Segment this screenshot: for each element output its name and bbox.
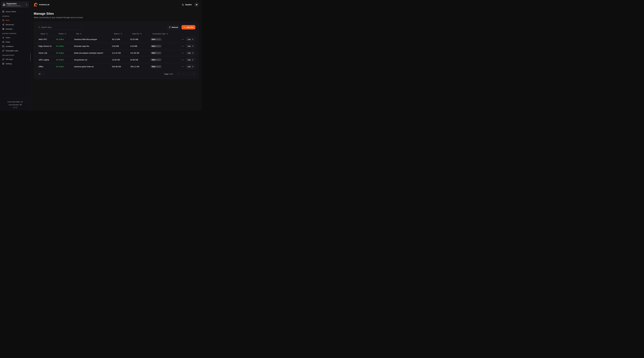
- site-name-cell: Edge Device 01: [37, 45, 55, 47]
- search-icon: [38, 26, 40, 28]
- row-actions-cell: Edit: [173, 37, 196, 41]
- sites-table: NameOnlineSiteData InData OutConnection …: [37, 31, 196, 70]
- column-header-site[interactable]: Site: [72, 31, 110, 36]
- edit-button[interactable]: Edit: [186, 65, 195, 69]
- column-header-name[interactable]: Name: [37, 31, 55, 36]
- sidebar-item-label: Roles: [6, 41, 10, 43]
- edit-button[interactable]: Edit: [186, 44, 195, 48]
- sort-icon: [166, 33, 168, 35]
- connection-badge: Newt v1.3.2: [150, 65, 162, 68]
- page-header: Manage Sites Allow connectivity to your …: [34, 12, 198, 18]
- table-row: Office Online welcome-giant-mole-rat 534…: [37, 63, 196, 70]
- data-in-cell: 12.65 GB: [110, 59, 129, 61]
- row-actions-cell: Edit: [173, 51, 196, 55]
- online-status-label: Online: [58, 45, 64, 47]
- chevrons-left-icon: [178, 73, 180, 75]
- column-header-connection-type[interactable]: Connection Type: [149, 31, 173, 36]
- table-footer: 20 Page 1 of 1: [37, 72, 196, 76]
- chevron-left-icon: [183, 73, 185, 75]
- sidebar-item-server-admin[interactable]: Server Admin: [2, 10, 29, 13]
- book-open-icon: [20, 104, 22, 106]
- row-menu-button[interactable]: [181, 52, 184, 54]
- sidebar-item-api-keys[interactable]: API Keys: [2, 57, 29, 61]
- sidebar-footer: Community Edition Documentation v1.7.0: [2, 99, 29, 111]
- sidebar-item-shareable-links[interactable]: Shareable Links: [2, 49, 29, 53]
- row-actions-cell: Edit: [173, 44, 196, 48]
- next-page-button[interactable]: [187, 72, 190, 76]
- community-edition-link[interactable]: Community Edition: [8, 100, 23, 103]
- documentation-link[interactable]: Documentation: [9, 103, 22, 106]
- row-menu-button[interactable]: [181, 65, 184, 68]
- prev-page-button[interactable]: [182, 72, 186, 76]
- connection-badge: Newt v1.3.2: [150, 52, 162, 54]
- org-switcher-label: Organization: [6, 2, 24, 5]
- theme-toggle-button[interactable]: System: [182, 3, 192, 6]
- sidebar-item-resources[interactable]: Resources: [2, 23, 29, 26]
- site-id-cell: dead-san-joaquin-antelope-squirrel: [72, 52, 110, 54]
- data-in-cell: 5.00 MB: [110, 45, 129, 47]
- sidebar-nav: Server Admin GENERALSitesResourcesDomain…: [2, 10, 29, 66]
- user-icon: [2, 36, 4, 39]
- nav-section-heading: ORGANIZATION: [2, 54, 28, 56]
- connection-badge: Newt v1.3.2: [150, 38, 162, 41]
- online-status-dot: [56, 59, 58, 60]
- online-status-dot: [56, 52, 58, 53]
- sidebar-item-label: Invitations: [6, 45, 14, 47]
- edit-button[interactable]: Edit: [186, 58, 195, 62]
- sidebar-item-sites[interactable]: Sites: [2, 18, 29, 22]
- page-subtitle: Allow connectivity to your network throu…: [34, 16, 198, 18]
- edit-button[interactable]: Edit: [186, 51, 195, 55]
- site-id-cell: welcome-giant-mole-rat: [72, 66, 110, 68]
- row-menu-button[interactable]: [181, 58, 184, 61]
- data-out-cell: 780.12 GB: [129, 66, 149, 68]
- globe-icon: [2, 28, 4, 30]
- nav-section-heading: GENERAL: [2, 15, 28, 17]
- chevron-down-icon: [42, 73, 44, 75]
- connection-type-cell: Newt v1.3.2: [149, 52, 173, 54]
- sidebar-item-label: Settings: [6, 63, 12, 65]
- table-row: Edge Device 01 Online fortunate-cape-fox…: [37, 43, 196, 49]
- column-header-online[interactable]: Online: [55, 31, 72, 36]
- row-menu-button[interactable]: [181, 45, 184, 48]
- brand[interactable]: PANGOLIN: [34, 2, 50, 7]
- column-header-data-out[interactable]: Data Out: [129, 31, 149, 36]
- page-status: Page 1 of 1: [164, 73, 173, 75]
- sidebar-scrollbar-thumb[interactable]: [30, 53, 31, 61]
- row-actions-cell: Edit: [173, 58, 196, 62]
- site-id-cell: smug-brown-rat: [72, 59, 110, 61]
- edit-button[interactable]: Edit: [186, 37, 195, 41]
- row-menu-button[interactable]: [181, 38, 184, 41]
- sites-toolbar: Refresh Add Site: [37, 25, 196, 29]
- last-page-button[interactable]: [192, 72, 196, 76]
- external-link-icon: [21, 101, 23, 103]
- sidebar-item-domains[interactable]: Domains: [2, 27, 29, 31]
- page-size-select[interactable]: 20: [37, 72, 45, 76]
- sidebar-item-settings[interactable]: Settings: [2, 62, 29, 66]
- sidebar-item-users[interactable]: Users: [2, 36, 29, 39]
- data-in-cell: 30.12 MB: [110, 38, 129, 40]
- search-input[interactable]: [42, 26, 81, 28]
- sidebar-item-invitations[interactable]: Invitations: [2, 44, 29, 48]
- org-switcher[interactable]: Organization milo@fossorial.io's ...: [2, 2, 29, 7]
- main-area: PANGOLIN System M Manage Sites Allow con…: [30, 0, 202, 111]
- connection-type-cell: Newt v1.3.2: [149, 65, 173, 68]
- plus-icon: [184, 26, 185, 28]
- table-body: AWS VPC Online vivacious-little-blue-pen…: [37, 36, 196, 70]
- chevrons-up-down-icon: [26, 4, 28, 6]
- sites-card: Refresh Add Site NameOnlineSiteData InDa…: [34, 22, 198, 79]
- sidebar-item-roles[interactable]: Roles: [2, 40, 29, 44]
- data-out-cell: 52.02 MB: [129, 38, 149, 40]
- first-page-button[interactable]: [177, 72, 181, 76]
- refresh-button[interactable]: Refresh: [167, 25, 180, 29]
- row-actions-cell: Edit: [173, 65, 196, 69]
- sidebar-item-label: Users: [6, 37, 10, 39]
- sidebar-item-label: Resources: [6, 24, 14, 26]
- org-switcher-value: milo@fossorial.io's ...: [6, 5, 24, 7]
- search-box: [37, 25, 83, 29]
- app-window: Organization milo@fossorial.io's ... Ser…: [0, 0, 202, 111]
- site-status-cell: Online: [55, 59, 72, 61]
- user-avatar[interactable]: M: [194, 2, 198, 7]
- connection-type-cell: Newt v1.3.2: [149, 45, 173, 48]
- column-header-data-in[interactable]: Data In: [110, 31, 129, 36]
- add-site-button[interactable]: Add Site: [182, 25, 196, 29]
